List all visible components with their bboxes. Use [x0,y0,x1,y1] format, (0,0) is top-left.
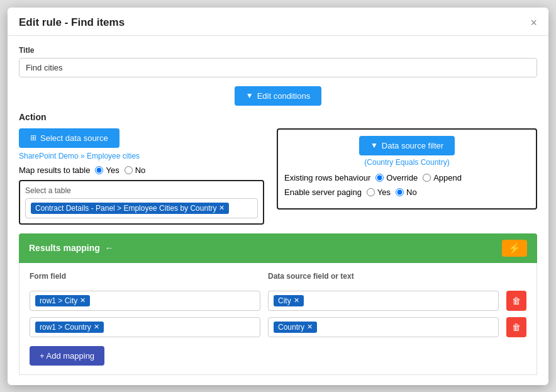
append-text: Append [433,173,462,182]
table-tag-text: Contract Details - Panel > Employee Citi… [35,204,216,213]
datasource-tag-text-2: Country [278,323,304,332]
append-label[interactable]: Append [423,173,462,182]
form-field-tag-1: row1 > City ✕ [35,295,90,306]
table-tag: Contract Details - Panel > Employee Citi… [31,203,229,214]
datasource-column-label: Data source field or text [268,272,499,281]
edit-conditions-row: ▼ Edit conditions [19,86,537,106]
mapping-row-1: row1 > City ✕ City ✕ 🗑 [30,291,526,311]
map-results-no-label[interactable]: No [125,165,146,175]
datasource-tag-remove-1[interactable]: ✕ [294,296,299,305]
db-select-icon: ⊞ [30,133,36,142]
form-field-column-label: Form field [30,272,260,281]
append-radio[interactable] [423,174,431,182]
left-arrow-icon: ← [105,243,114,253]
existing-rows-label: Existing rows behaviour [284,173,370,182]
edit-rule-modal: Edit rule - Find items × Title ▼ Edit co… [8,8,548,385]
action-row: ⊞ Select data source SharePoint Demo » E… [19,128,537,225]
form-field-tag-text-1: row1 > City [40,296,77,305]
form-field-tag-text-2: row1 > Country [40,323,91,332]
modal-title: Edit rule - Find items [19,16,125,29]
form-field-tag-remove-1[interactable]: ✕ [80,296,86,305]
results-mapping-section: Results mapping ← ⚡ Form field Data sour… [19,233,537,375]
datasource-field-2[interactable]: Country ✕ [268,317,499,337]
select-table-input[interactable]: Contract Details - Panel > Employee Citi… [25,198,258,218]
modal-header: Edit rule - Find items × [8,8,548,36]
override-label[interactable]: Override [375,173,418,182]
select-table-label: Select a table [25,186,258,195]
filter-link[interactable]: (Country Equals Country) [284,158,530,167]
server-paging-yes-radio[interactable] [367,188,375,196]
table-tag-remove[interactable]: ✕ [219,204,225,212]
action-right: ▼ Data source filter (Country Equals Cou… [277,128,537,210]
results-mapping-header: Results mapping ← ⚡ [19,233,537,263]
mapping-column-headers: Form field Data source field or text [30,272,526,286]
map-results-label: Map results to table [19,165,90,175]
server-paging-no-radio[interactable] [396,188,404,196]
server-paging-label: Enable server paging [284,188,362,197]
mapping-row-2: row1 > Country ✕ Country ✕ 🗑 [30,317,526,337]
results-mapping-title: Results mapping ← [29,243,114,253]
datasource-tag-remove-2[interactable]: ✕ [307,323,313,331]
server-paging-yes-text: Yes [377,188,391,197]
trash-icon-1: 🗑 [512,296,521,306]
server-paging-no-label[interactable]: No [396,188,417,197]
results-mapping-title-text: Results mapping [29,243,100,253]
datasource-link[interactable]: SharePoint Demo » Employee cities [19,152,264,160]
map-results-yes-text: Yes [106,165,119,175]
filter-icon: ▼ [246,91,253,100]
form-field-1[interactable]: row1 > City ✕ [30,291,260,311]
select-table-box: Select a table Contract Details - Panel … [19,180,264,225]
server-paging-yes-label[interactable]: Yes [367,188,391,197]
datasource-tag-text-1: City [278,296,291,305]
modal-body: Title ▼ Edit conditions Action ⊞ Select … [8,36,548,385]
server-paging-row: Enable server paging Yes No [284,188,530,197]
data-source-filter-label: Data source filter [382,141,443,150]
datasource-tag-1: City ✕ [274,295,304,306]
override-radio[interactable] [375,174,384,182]
form-field-tag-remove-2[interactable]: ✕ [94,323,99,331]
map-results-row: Map results to table Yes No [19,165,264,175]
datasource-field-1[interactable]: City ✕ [268,291,499,311]
title-field-group: Title [19,46,537,77]
edit-conditions-label: Edit conditions [257,91,311,101]
server-paging-no-text: No [406,188,417,197]
form-field-tag-2: row1 > Country ✕ [35,322,104,333]
mapping-body: Form field Data source field or text row… [19,263,537,375]
map-results-yes-radio[interactable] [95,166,103,174]
lightning-button[interactable]: ⚡ [502,240,527,257]
map-results-yes-label[interactable]: Yes [95,165,119,175]
action-section-label: Action [19,112,537,122]
data-source-filter-button[interactable]: ▼ Data source filter [359,136,455,155]
add-mapping-button[interactable]: + Add mapping [30,346,104,366]
select-datasource-label: Select data source [40,133,108,143]
existing-rows-row: Existing rows behaviour Override Append [284,173,530,182]
title-input[interactable] [19,58,537,77]
select-datasource-button[interactable]: ⊞ Select data source [19,128,120,148]
datasource-tag-2: Country ✕ [274,322,317,333]
form-field-2[interactable]: row1 > Country ✕ [30,317,260,337]
map-results-no-text: No [135,165,146,175]
trash-icon-2: 🗑 [512,322,521,332]
action-left: ⊞ Select data source SharePoint Demo » E… [19,128,264,225]
map-results-no-radio[interactable] [125,166,133,174]
close-button[interactable]: × [530,17,537,28]
title-label: Title [19,46,537,55]
delete-row-2-button[interactable]: 🗑 [506,317,526,337]
delete-row-1-button[interactable]: 🗑 [506,291,526,311]
filter-btn-icon: ▼ [370,141,378,150]
edit-conditions-button[interactable]: ▼ Edit conditions [235,86,321,106]
override-text: Override [386,173,418,182]
